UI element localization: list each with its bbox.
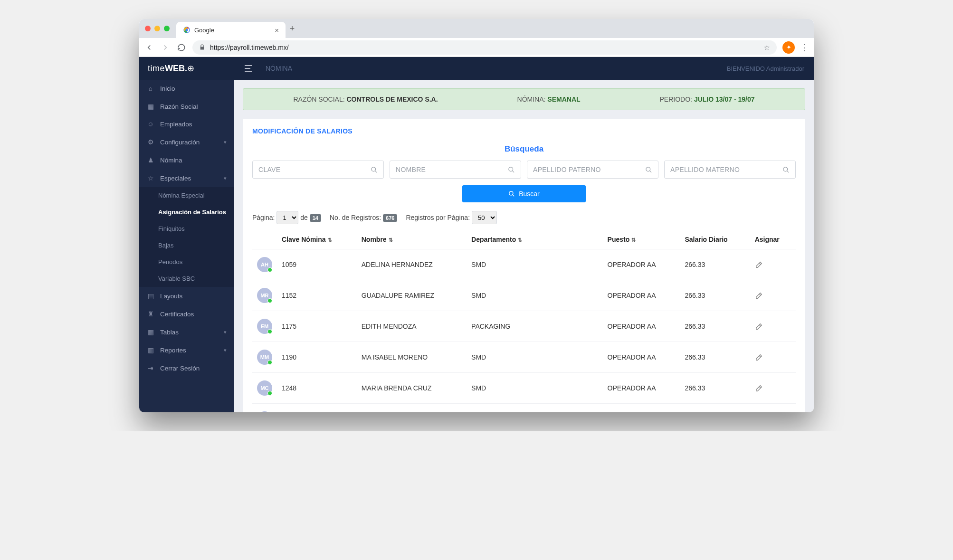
table-row: MS1271MARIA MAGDALENATESTING & FINAL ASS… bbox=[252, 404, 796, 413]
sidebar-item-layouts[interactable]: ▤Layouts bbox=[139, 287, 234, 305]
search-icon[interactable] bbox=[508, 166, 515, 173]
search-materno-input[interactable] bbox=[670, 166, 782, 173]
table-row: AH1059ADELINA HERNANDEZSMDOPERADOR AA266… bbox=[252, 249, 796, 280]
svg-point-1 bbox=[185, 28, 188, 31]
col-asignar: Asignar bbox=[750, 230, 796, 249]
new-tab-button[interactable]: + bbox=[286, 24, 299, 34]
building-icon: ▦ bbox=[147, 103, 154, 110]
bookmark-icon[interactable]: ☆ bbox=[764, 44, 770, 51]
extension-badge[interactable]: ✦ bbox=[782, 41, 795, 54]
search-icon[interactable] bbox=[645, 166, 652, 173]
edit-icon[interactable] bbox=[755, 384, 791, 392]
sidebar: ⌂Inicio ▦Razón Social ☺Empleados ⚙Config… bbox=[139, 80, 234, 412]
svg-point-9 bbox=[509, 191, 513, 195]
sidebar-item-especiales[interactable]: ☆Especiales▾ bbox=[139, 169, 234, 187]
nav-back-button[interactable] bbox=[144, 42, 154, 53]
chevron-down-icon: ▾ bbox=[224, 329, 227, 335]
table-icon: ▦ bbox=[147, 328, 154, 336]
banner-nomina-label: NÓMINA: bbox=[517, 95, 546, 103]
layout-icon: ▤ bbox=[147, 292, 154, 300]
sidebar-sub-periodos[interactable]: Periodos bbox=[139, 254, 234, 270]
minimize-window-button[interactable] bbox=[154, 26, 160, 31]
avatar: MR bbox=[257, 288, 272, 303]
search-paterno-input[interactable] bbox=[533, 166, 645, 173]
chevron-down-icon: ▾ bbox=[224, 347, 227, 353]
banner-razon-value: CONTROLS DE MEXICO S.A. bbox=[347, 95, 438, 103]
maximize-window-button[interactable] bbox=[164, 26, 170, 31]
browser-tab[interactable]: Google × bbox=[176, 22, 286, 38]
salaries-table: Clave Nómina⇅ Nombre⇅ Departamento⇅ Pues… bbox=[252, 230, 796, 412]
cell-puesto: OPERADOR AA bbox=[603, 311, 680, 342]
sidebar-item-cerrar-sesion[interactable]: ⇥Cerrar Sesión bbox=[139, 359, 234, 377]
cell-salario: 266.33 bbox=[680, 280, 750, 311]
cell-salario: 266.33 bbox=[680, 249, 750, 280]
sidebar-item-reportes[interactable]: ▥Reportes▾ bbox=[139, 341, 234, 359]
registros-label: No. de Registros: bbox=[330, 214, 381, 221]
col-clave[interactable]: Clave Nómina⇅ bbox=[277, 230, 357, 249]
avatar: MC bbox=[257, 380, 272, 396]
cell-nombre: GUADALUPE RAMIREZ bbox=[357, 280, 467, 311]
edit-icon[interactable] bbox=[755, 292, 791, 300]
sidebar-sub-bajas[interactable]: Bajas bbox=[139, 237, 234, 254]
nav-forward-button[interactable] bbox=[160, 42, 171, 53]
table-row: MR1152GUADALUPE RAMIREZSMDOPERADOR AA266… bbox=[252, 280, 796, 311]
banner-nomina-value[interactable]: SEMANAL bbox=[547, 95, 580, 103]
table-row: EM1175EDITH MENDOZAPACKAGINGOPERADOR AA2… bbox=[252, 311, 796, 342]
close-window-button[interactable] bbox=[145, 26, 151, 31]
search-nombre-wrap bbox=[390, 161, 521, 179]
search-button[interactable]: Buscar bbox=[462, 185, 586, 202]
per-page-select[interactable]: 50 bbox=[472, 211, 497, 224]
sidebar-item-razon-social[interactable]: ▦Razón Social bbox=[139, 97, 234, 115]
tab-title: Google bbox=[194, 27, 214, 34]
banner-razon-label: RAZÓN SOCIAL: bbox=[293, 95, 344, 103]
search-icon[interactable] bbox=[371, 166, 378, 173]
sidebar-item-certificados[interactable]: ♜Certificados bbox=[139, 305, 234, 323]
sidebar-sub-nomina-especial[interactable]: Nómina Especial bbox=[139, 187, 234, 204]
sidebar-item-nomina[interactable]: ♟Nómina bbox=[139, 151, 234, 169]
sort-icon: ⇅ bbox=[389, 237, 393, 243]
avatar: MM bbox=[257, 350, 272, 365]
url-bar[interactable]: https://payroll.timeweb.mx/ ☆ bbox=[192, 40, 777, 55]
search-nombre-input[interactable] bbox=[396, 166, 508, 173]
svg-point-8 bbox=[783, 167, 788, 171]
sidebar-sub-finiquitos[interactable]: Finiquitos bbox=[139, 220, 234, 237]
cell-depto: SMD bbox=[467, 342, 602, 373]
cell-depto: SMD bbox=[467, 249, 602, 280]
svg-rect-2 bbox=[245, 65, 252, 66]
per-page-label: Registros por Página: bbox=[406, 214, 470, 221]
cell-puesto: OPERADOR AA bbox=[603, 342, 680, 373]
cell-clave: 1248 bbox=[277, 373, 357, 404]
chevron-down-icon: ▾ bbox=[224, 175, 227, 181]
sidebar-sub-variable-sbc[interactable]: Variable SBC bbox=[139, 270, 234, 287]
search-title: Búsqueda bbox=[252, 144, 796, 154]
edit-icon[interactable] bbox=[755, 261, 791, 269]
sidebar-item-tablas[interactable]: ▦Tablas▾ bbox=[139, 323, 234, 341]
browser-menu-icon[interactable]: ⋮ bbox=[801, 42, 809, 53]
app-logo: timeWEB.⊕ bbox=[139, 63, 234, 74]
cell-nombre: ADELINA HERNANDEZ bbox=[357, 249, 467, 280]
col-depto[interactable]: Departamento⇅ bbox=[467, 230, 602, 249]
edit-icon[interactable] bbox=[755, 353, 791, 361]
de-label: de bbox=[300, 214, 308, 221]
edit-icon[interactable] bbox=[755, 323, 791, 331]
cell-nombre: MA ISABEL MORENO bbox=[357, 342, 467, 373]
sidebar-item-empleados[interactable]: ☺Empleados bbox=[139, 115, 234, 133]
search-icon[interactable] bbox=[782, 166, 790, 173]
close-tab-icon[interactable]: × bbox=[275, 26, 279, 34]
sidebar-sub-asignacion-salarios[interactable]: Asignación de Salarios bbox=[139, 204, 234, 220]
col-nombre[interactable]: Nombre⇅ bbox=[357, 230, 467, 249]
svg-point-7 bbox=[646, 167, 650, 171]
sidebar-item-configuracion[interactable]: ⚙Configuración▾ bbox=[139, 133, 234, 151]
cell-salario: 266.33 bbox=[680, 311, 750, 342]
report-icon: ▥ bbox=[147, 346, 154, 354]
sort-icon: ⇅ bbox=[328, 237, 332, 243]
nav-reload-button[interactable] bbox=[176, 42, 187, 53]
sidebar-item-inicio[interactable]: ⌂Inicio bbox=[139, 80, 234, 97]
svg-point-6 bbox=[509, 167, 513, 171]
col-puesto[interactable]: Puesto⇅ bbox=[603, 230, 680, 249]
page-select[interactable]: 1 bbox=[276, 211, 298, 224]
banner-periodo-value[interactable]: JULIO 13/07 - 19/07 bbox=[694, 95, 755, 103]
cell-clave: 1175 bbox=[277, 311, 357, 342]
search-clave-input[interactable] bbox=[258, 166, 371, 173]
sidebar-toggle-button[interactable] bbox=[245, 65, 252, 72]
